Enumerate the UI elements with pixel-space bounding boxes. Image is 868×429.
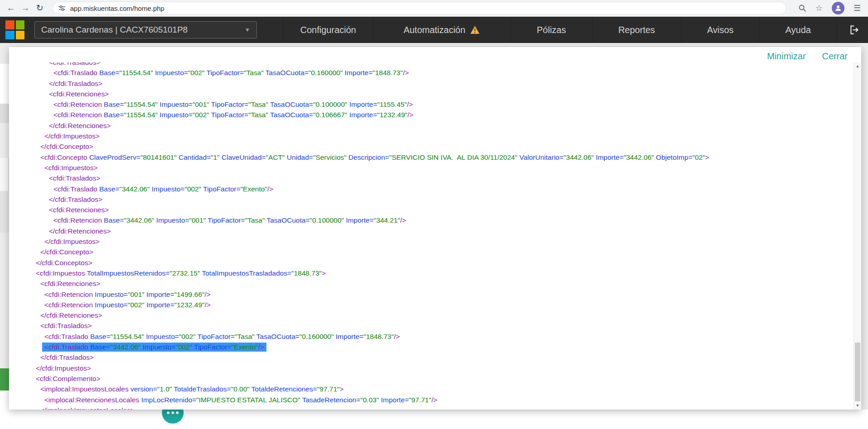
xml-line: </cfdi:Conceptos> bbox=[9, 257, 854, 268]
xml-line: </cfdi:Traslados> bbox=[9, 78, 854, 89]
refresh-button[interactable]: ↻ bbox=[33, 1, 47, 15]
modal-scrollbar[interactable]: ▲ ▼ bbox=[854, 62, 861, 410]
xml-line: </cfdi:Concepto> bbox=[9, 141, 854, 152]
xml-line: <cfdi:Retencion Impuesto="001" Importe="… bbox=[9, 289, 854, 300]
xml-content: <cfdi:Traslados><cfdi:Traslado Base="115… bbox=[9, 62, 854, 410]
close-button[interactable]: Cerrar bbox=[822, 51, 848, 62]
nav-item-label: Reportes bbox=[618, 25, 655, 35]
xml-line: <cfdi:Retenciones> bbox=[9, 205, 854, 215]
background-page-fragment bbox=[0, 191, 9, 233]
minimize-button[interactable]: Minimizar bbox=[767, 51, 806, 62]
xml-line: </implocal:ImpuestosLocales> bbox=[9, 405, 854, 410]
xml-line: </cfdi:Traslados> bbox=[9, 194, 854, 205]
xml-line: <cfdi:Retencion Impuesto="002" Importe="… bbox=[9, 300, 854, 310]
background-page-fragment bbox=[0, 64, 9, 104]
nav-item-avisos[interactable]: Avisos bbox=[681, 17, 759, 43]
app-navbar: Carolina Cardenas | CACX7605101P8 ▼ Conf… bbox=[0, 17, 868, 43]
logo-square-red bbox=[5, 20, 14, 29]
xml-line-selected: <cfdi:Traslado Base="3442.06" Impuesto="… bbox=[9, 342, 854, 352]
background-green-block bbox=[0, 368, 9, 391]
screen: ← → ↻ app.miskuentas.com/home.php ☆ bbox=[0, 0, 868, 429]
bookmark-star-icon[interactable]: ☆ bbox=[816, 3, 823, 13]
back-icon: ← bbox=[7, 3, 15, 13]
xml-line: <cfdi:Complemento> bbox=[9, 373, 854, 384]
xml-line: </cfdi:Retenciones> bbox=[9, 310, 854, 320]
site-settings-icon[interactable] bbox=[58, 5, 66, 12]
logo-square-green bbox=[16, 20, 25, 29]
background-page-fragment bbox=[0, 158, 9, 191]
xml-line: <cfdi:Impuestos TotalImpuestosRetenidos=… bbox=[9, 268, 854, 278]
account-selector-label: Carolina Cardenas | CACX7605101P8 bbox=[41, 25, 188, 35]
xml-line: </cfdi:Retenciones> bbox=[9, 226, 854, 236]
nav-item-label: Configuración bbox=[300, 25, 356, 35]
nav-menu: Configuración Automatización Pólizas Rep… bbox=[283, 17, 837, 43]
scroll-up-button[interactable]: ▲ bbox=[854, 62, 861, 70]
modal-actions: Minimizar Cerrar bbox=[767, 51, 848, 62]
app-logo bbox=[5, 20, 24, 39]
browser-right-icons: ☆ ☰ bbox=[798, 2, 861, 14]
logo-square-blue bbox=[5, 31, 14, 40]
xml-line: <cfdi:Impuestos> bbox=[9, 162, 854, 173]
xml-line: <cfdi:Traslado Base="11554.54" Impuesto=… bbox=[9, 331, 854, 342]
xml-line: </cfdi:Retenciones> bbox=[9, 120, 854, 131]
nav-item-label: Automatización bbox=[403, 25, 465, 35]
xml-line: <cfdi:Concepto ClaveProdServ="80141601" … bbox=[9, 152, 854, 162]
url-text: app.miskuentas.com/home.php bbox=[70, 5, 164, 12]
nav-item-polizas[interactable]: Pólizas bbox=[510, 17, 592, 43]
logo-square-yellow bbox=[16, 31, 25, 40]
background-page-fragment bbox=[0, 391, 9, 410]
xml-line: <cfdi:Retenciones> bbox=[9, 89, 854, 99]
nav-item-reportes[interactable]: Reportes bbox=[592, 17, 681, 43]
nav-item-ayuda[interactable]: Ayuda bbox=[759, 17, 837, 43]
zoom-icon[interactable] bbox=[798, 4, 806, 12]
profile-avatar[interactable] bbox=[832, 2, 844, 14]
scrollbar-thumb[interactable] bbox=[855, 343, 860, 401]
xml-viewer-modal: Minimizar Cerrar <cfdi:Traslados><cfdi:T… bbox=[9, 47, 861, 410]
xml-line: <cfdi:Retencion Base="11554.54" Impuesto… bbox=[9, 110, 854, 120]
forward-icon: → bbox=[21, 3, 30, 13]
xml-line: <cfdi:Traslados> bbox=[9, 320, 854, 331]
nav-item-automatizacion[interactable]: Automatización bbox=[373, 17, 510, 43]
xml-line: <implocal:RetencionesLocales ImpLocReten… bbox=[9, 395, 854, 405]
xml-line: <implocal:ImpuestosLocales version="1.0"… bbox=[9, 384, 854, 394]
xml-line: </cfdi:Impuestos> bbox=[9, 363, 854, 373]
xml-line: <cfdi:Retencion Base="3442.06" Impuesto=… bbox=[9, 215, 854, 225]
xml-line: <cfdi:Traslado Base="11554.54" Impuesto=… bbox=[9, 67, 854, 78]
warning-icon bbox=[470, 25, 480, 34]
xml-line: <cfdi:Traslados> bbox=[9, 62, 854, 67]
xml-line: </cfdi:Traslados> bbox=[9, 352, 854, 362]
xml-line: <cfdi:Traslados> bbox=[9, 173, 854, 183]
browser-toolbar: ← → ↻ app.miskuentas.com/home.php ☆ bbox=[0, 0, 868, 17]
nav-item-label: Ayuda bbox=[785, 25, 811, 35]
xml-line: <cfdi:Retenciones> bbox=[9, 278, 854, 289]
xml-scroll-area[interactable]: <cfdi:Traslados><cfdi:Traslado Base="115… bbox=[9, 62, 854, 410]
xml-line: </cfdi:Impuestos> bbox=[9, 236, 854, 247]
back-button[interactable]: ← bbox=[4, 1, 18, 15]
xml-line: <cfdi:Traslado Base="3442.06" Impuesto="… bbox=[9, 184, 854, 194]
chevron-down-icon: ▼ bbox=[245, 27, 250, 33]
xml-line: </cfdi:Impuestos> bbox=[9, 131, 854, 141]
url-bar[interactable]: app.miskuentas.com/home.php bbox=[52, 2, 787, 14]
scroll-down-button[interactable]: ▼ bbox=[854, 402, 861, 410]
browser-menu-icon[interactable]: ☰ bbox=[854, 3, 861, 13]
nav-item-configuracion[interactable]: Configuración bbox=[283, 17, 373, 43]
logout-icon bbox=[849, 24, 861, 36]
xml-line: </cfdi:Concepto> bbox=[9, 247, 854, 257]
account-selector-dropdown[interactable]: Carolina Cardenas | CACX7605101P8 ▼ bbox=[34, 21, 257, 38]
nav-item-label: Avisos bbox=[707, 25, 734, 35]
xml-line: <cfdi:Retencion Base="11554.54" Impuesto… bbox=[9, 99, 854, 110]
background-page-fragment bbox=[0, 104, 9, 123]
invoice-detail-strip: Abono factura : $14,613.47 MXN Cuenta : … bbox=[0, 410, 868, 429]
logout-button[interactable] bbox=[849, 24, 861, 36]
refresh-icon: ↻ bbox=[36, 3, 43, 13]
forward-button[interactable]: → bbox=[18, 1, 33, 15]
nav-item-label: Pólizas bbox=[537, 25, 566, 35]
